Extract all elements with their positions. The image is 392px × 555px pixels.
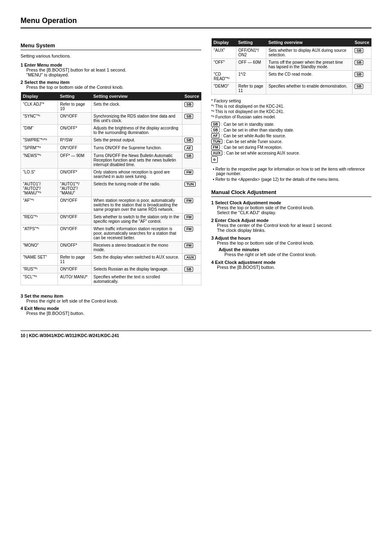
cell-display: "SWPRE"*¹*³ bbox=[21, 136, 58, 144]
cell-display: "DIM" bbox=[21, 125, 58, 136]
cell-source: AUX bbox=[182, 254, 201, 266]
page-title: Menu Operation bbox=[21, 16, 371, 28]
cell-source: FM bbox=[182, 213, 201, 225]
cell-setting: 1*/2 bbox=[236, 71, 266, 83]
table-row: "CLK ADJ"* Refer to page 10 Sets the clo… bbox=[21, 101, 201, 113]
clock-step-title: Exit Clock adjustment mode bbox=[215, 260, 275, 265]
cell-source: SB bbox=[182, 136, 201, 144]
badge-sb: SB bbox=[184, 138, 193, 143]
cell-overview: Sets the display when switched to AUX so… bbox=[91, 254, 182, 266]
clock-step-title: Adjust the hours bbox=[215, 236, 251, 240]
cell-source bbox=[182, 273, 201, 285]
clock-step-num: 4 bbox=[211, 260, 215, 265]
table-row: "ATPS"*¹ ON*/OFF When traffic informatio… bbox=[21, 225, 201, 242]
cell-display: "AUTO1"/ "AUTO2"/ "MANU"*³ bbox=[21, 180, 58, 197]
cell-setting: ON*/OFF bbox=[58, 197, 91, 213]
cell-display: "SCL"*² bbox=[21, 273, 58, 285]
clock-step-detail: Press the [B.BOOST] button. bbox=[217, 265, 275, 270]
legend-text-fm: : Can be set during FM reception. bbox=[221, 145, 282, 150]
badge-tun: TUN bbox=[184, 182, 196, 187]
bullet-points: • Refer to the respective page for infor… bbox=[211, 167, 371, 182]
col-setting: Setting bbox=[58, 92, 91, 101]
cell-overview: Sets whether to switch to the station on… bbox=[91, 213, 182, 225]
note1: *¹ This is not displayed on the KDC-241. bbox=[211, 104, 371, 109]
table-row: "AUX" OFF/ON1*/ ON2 Sets whether to disp… bbox=[212, 47, 371, 59]
cell-display: "CLK ADJ"* bbox=[21, 101, 58, 113]
table-row: "SWPRE"*¹*³ R*/SW Sets the preout output… bbox=[21, 136, 201, 144]
menu-system-intro: Setting various functions. bbox=[21, 53, 201, 58]
note3: *³ Function of Russian sales model. bbox=[211, 115, 371, 119]
cell-setting: AUTO/ MANU* bbox=[58, 273, 91, 285]
right-col-overview: Setting overview bbox=[266, 38, 353, 47]
cell-source: SB bbox=[182, 152, 201, 169]
left-column: Menu System Setting various functions. 1… bbox=[21, 36, 201, 318]
cell-display: "AUX" bbox=[212, 47, 236, 59]
table-row: "DEMO" Refer to page 11 Specifies whethe… bbox=[212, 83, 371, 95]
step-4-title: Exit Menu mode bbox=[24, 306, 59, 311]
legend-badge-af: AF bbox=[211, 133, 219, 138]
step-2-detail: Press the top or bottom side of the Cont… bbox=[26, 85, 124, 90]
col-source: Source bbox=[182, 92, 201, 101]
cell-display: "DEMO" bbox=[212, 83, 236, 95]
cell-display: "AF"*¹ bbox=[21, 197, 58, 213]
clock-step-num: 3 bbox=[211, 236, 215, 240]
cell-overview: Sets the clock. bbox=[91, 101, 182, 113]
badge-fm: FM bbox=[184, 227, 193, 231]
legend-text-af: : Can be set while Audio file source. bbox=[221, 134, 286, 138]
table-row: "AF"*¹ ON*/OFF When station reception is… bbox=[21, 197, 201, 213]
cell-overview: Specifies whether to enable demonstratio… bbox=[266, 83, 353, 95]
clock-step-detail: Press the center of the Control knob for… bbox=[217, 223, 332, 228]
factory-note: * Factory setting bbox=[211, 99, 371, 103]
cell-source bbox=[182, 125, 201, 136]
footer-text: 10 | KDC-W3041/KDC-W312/KDC-W241/KDC-241 bbox=[21, 333, 119, 338]
clock-step-title: Select Clock Adjustment mode bbox=[215, 200, 281, 205]
legend-badge-aux: AUX bbox=[211, 150, 222, 155]
clock-step-4: 4 Exit Clock adjustment modePress the [B… bbox=[211, 260, 371, 270]
step-1: 1 Enter Menu mode Press the [B.BOOST] bu… bbox=[21, 62, 201, 77]
cell-display: "REG"*¹ bbox=[21, 213, 58, 225]
cell-setting: ON/OFF* bbox=[58, 125, 91, 136]
cell-setting: "AUTO1"*/ "AUTO2"/ "MANU" bbox=[58, 180, 91, 197]
table-row: "MONO" ON/OFF* Receives a stereo broadca… bbox=[21, 242, 201, 254]
badge-sb: SB bbox=[355, 84, 363, 89]
cell-overview: Turns ON/OFF the News Bulletin Automatic… bbox=[91, 152, 182, 169]
table-row: "CD READ"*² 1*/2 Sets the CD read mode. … bbox=[212, 71, 371, 83]
cell-overview: Turns ON/OFF the Supreme function. bbox=[91, 144, 182, 152]
right-col-setting: Setting bbox=[236, 38, 266, 47]
badge-sb: SB bbox=[355, 48, 363, 53]
cell-display: "ATPS"*¹ bbox=[21, 225, 58, 242]
legend-text-aux: : Can be set while accessing AUX source. bbox=[224, 151, 300, 155]
cell-source: TUN bbox=[182, 180, 201, 197]
badge-fm: FM bbox=[184, 215, 193, 220]
cell-display: "LO.S" bbox=[21, 169, 58, 180]
cell-overview: Adjusts the brightness of the display ac… bbox=[91, 125, 182, 136]
right-col-display: Display bbox=[212, 38, 236, 47]
cell-overview: When traffic information station recepti… bbox=[91, 225, 182, 242]
cell-setting: ON*/OFF bbox=[58, 144, 91, 152]
cell-display: "RUS"*¹ bbox=[21, 266, 58, 273]
badge-sb: SB bbox=[355, 72, 363, 77]
clock-step-detail: Press the top or bottom side of the Cont… bbox=[217, 240, 314, 245]
legend-row-af: AF : Can be set while Audio file source. bbox=[211, 133, 371, 138]
cell-setting: Refer to page 11 bbox=[58, 254, 91, 266]
cell-setting: ON/OFF* bbox=[58, 242, 91, 254]
right-column: Display Setting Setting overview Source … bbox=[211, 36, 371, 318]
cell-display: "NAME SET" bbox=[21, 254, 58, 266]
step-1-detail: Press the [B.BOOST] button for at least … bbox=[26, 67, 126, 72]
col-overview: Setting overview bbox=[91, 92, 182, 101]
legend-badge-sb: SB bbox=[211, 122, 220, 127]
badge-fm: FM bbox=[184, 243, 193, 248]
badge-fm: FM bbox=[184, 170, 193, 175]
manual-clock-section: Manual Clock Adjustment 1 Select Clock A… bbox=[211, 189, 371, 270]
manual-clock-title: Manual Clock Adjustment bbox=[211, 189, 371, 197]
cell-source: FM bbox=[182, 225, 201, 242]
table-row: "DIM" ON/OFF* Adjusts the brightness of … bbox=[21, 125, 201, 136]
note2: *² This is not displayed on the KDC-241. bbox=[211, 109, 371, 114]
legend-text-sb2: : Can be set in other than standby state… bbox=[221, 128, 294, 132]
cell-setting: ON*/OFF bbox=[58, 113, 91, 125]
cell-source: AF bbox=[182, 144, 201, 152]
legend-gear: ⊕ bbox=[211, 156, 218, 163]
table-row: "SPRM"*² ON*/OFF Turns ON/OFF the Suprem… bbox=[21, 144, 201, 152]
cell-overview: Only stations whose reception is good ar… bbox=[91, 169, 182, 180]
cell-source: SB bbox=[353, 71, 371, 83]
